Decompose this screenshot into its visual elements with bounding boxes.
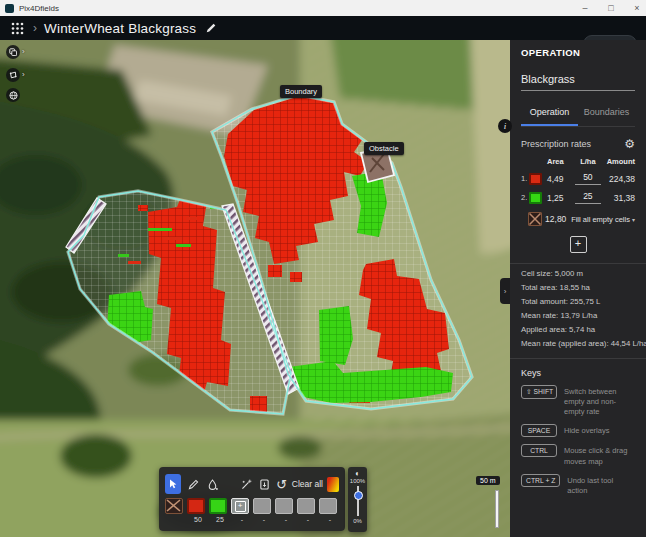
- rate-2-area: 1,25: [547, 193, 573, 203]
- swatch-add-rate[interactable]: +: [231, 498, 249, 514]
- col-area: Area: [547, 157, 573, 166]
- row-index: 2.: [521, 193, 529, 202]
- opacity-slider[interactable]: [357, 486, 359, 516]
- row-index: 1.: [521, 174, 529, 183]
- key-ctrl: CTRL Mouse click & drag moves map: [521, 444, 635, 466]
- add-rate-button[interactable]: +: [570, 236, 587, 253]
- rate-2-amount: 31,38: [603, 193, 635, 203]
- opacity-slider-thumb[interactable]: [354, 491, 363, 500]
- magic-wand-tool[interactable]: [238, 474, 254, 494]
- clear-all-button[interactable]: Clear all: [292, 479, 323, 489]
- stat-cell-size: Cell size: 5,000 m: [521, 269, 635, 278]
- swatch-label: -: [307, 516, 309, 524]
- key-ctrl-z: CTRL + Z Undo last tool action: [521, 474, 635, 496]
- operation-name-input[interactable]: [521, 71, 635, 91]
- panel-tabs: Operation Boundaries: [521, 101, 635, 127]
- swatch-label: -: [285, 516, 287, 524]
- swatch-empty-rate[interactable]: [165, 498, 183, 514]
- swatch-label: -: [241, 516, 243, 524]
- ctrl-key-desc: Mouse click & drag moves map: [564, 444, 635, 466]
- empty-rate-swatch[interactable]: [528, 212, 542, 226]
- map-graphics: [0, 40, 510, 537]
- stat-total-amount: Total amount: 255,75 L: [521, 297, 635, 306]
- maximize-button[interactable]: □: [606, 3, 616, 13]
- boundary-label: Boundary: [280, 85, 322, 98]
- opacity-icon: ◐: [355, 469, 360, 478]
- edit-title-icon[interactable]: [205, 22, 217, 34]
- breadcrumb-chevron-icon: ›: [33, 21, 37, 35]
- swatch-unset[interactable]: [275, 498, 293, 514]
- ctrl-z-key-desc: Undo last tool action: [567, 474, 635, 496]
- annotations-expand-chevron-icon[interactable]: ›: [22, 68, 25, 82]
- gradient-swatch[interactable]: [327, 477, 339, 492]
- swatch-label: 25: [216, 516, 224, 524]
- draw-tool[interactable]: [185, 474, 201, 494]
- app-launcher-icon[interactable]: [11, 22, 24, 35]
- key-space: SPACE Hide overlays: [521, 424, 635, 437]
- fill-tool[interactable]: [204, 474, 220, 494]
- ctrl-key-badge: CTRL: [521, 444, 557, 457]
- swatch-label: 50: [194, 516, 202, 524]
- fill-empty-cells-dropdown[interactable]: Fill all empty cells ▾: [571, 215, 635, 224]
- scale-bar: [495, 490, 499, 528]
- swatch-label: -: [329, 516, 331, 524]
- prescription-toolbar: ↺ Clear all 50 25 + - - -: [159, 467, 345, 531]
- obstacle-label: Obstacle: [364, 142, 404, 155]
- close-button[interactable]: ×: [632, 3, 642, 13]
- panel-section-title: OPERATION: [521, 47, 635, 58]
- prescription-row-2: 2. 1,25 31,38: [521, 191, 635, 204]
- stat-applied-area: Applied area: 5,74 ha: [521, 325, 635, 334]
- divider: [510, 358, 646, 359]
- gear-icon[interactable]: ⚙: [624, 138, 635, 150]
- stat-total-area: Total area: 18,55 ha: [521, 283, 635, 292]
- minimize-button[interactable]: –: [580, 3, 590, 13]
- import-layer-tool[interactable]: [257, 474, 273, 494]
- prescription-row-1: 1. 4,49 224,38: [521, 172, 635, 185]
- ctrl-z-key-badge: CTRL + Z: [521, 474, 560, 487]
- swatch-unset[interactable]: [297, 498, 315, 514]
- divider: [510, 263, 646, 264]
- keys-title: Keys: [521, 368, 635, 378]
- layers-expand-chevron-icon[interactable]: ›: [22, 45, 25, 59]
- rate-1-amount: 224,38: [603, 174, 635, 184]
- opacity-min-label: 0%: [353, 518, 362, 524]
- prescription-row-empty: 12,80 Fill all empty cells ▾: [521, 212, 635, 226]
- rate-2-color-swatch[interactable]: [529, 192, 542, 204]
- app-icon: [5, 4, 14, 13]
- panel-collapse-chevron-icon[interactable]: ›: [500, 278, 510, 304]
- rate-1-input[interactable]: [575, 172, 601, 185]
- app-header: › WinterWheat Blackgrass Export: [0, 16, 646, 40]
- select-tool[interactable]: [165, 474, 181, 494]
- undo-button[interactable]: ↺: [274, 474, 290, 494]
- tab-operation[interactable]: Operation: [521, 101, 578, 126]
- tab-boundaries[interactable]: Boundaries: [578, 101, 635, 126]
- app-name: Pix4Dfields: [19, 4, 59, 13]
- os-titlebar: Pix4Dfields – □ ×: [0, 0, 646, 17]
- opacity-slider-panel: ◐ 100% 0%: [348, 467, 367, 532]
- scale-label: 50 m: [476, 476, 500, 485]
- basemap-globe-button[interactable]: [6, 88, 20, 102]
- layers-button[interactable]: [6, 45, 20, 59]
- space-key-desc: Hide overlays: [564, 424, 609, 436]
- swatch-unset[interactable]: [319, 498, 337, 514]
- rate-2-input[interactable]: [575, 191, 601, 204]
- chevron-down-icon: ▾: [632, 217, 635, 223]
- col-amount: Amount: [603, 157, 635, 166]
- opacity-max-label: 100%: [350, 478, 365, 484]
- swatch-unset[interactable]: [253, 498, 271, 514]
- annotations-button[interactable]: [6, 68, 20, 82]
- swatch-label: -: [263, 516, 265, 524]
- key-shift: ⇧ SHIFT Switch between empty and non-emp…: [521, 385, 635, 417]
- shift-key-desc: Switch between empty and non-empty rate: [564, 385, 635, 417]
- prescription-table-header: Area L/ha Amount: [521, 157, 635, 166]
- operation-stats: Cell size: 5,000 m Total area: 18,55 ha …: [521, 269, 635, 348]
- info-icon[interactable]: i: [498, 119, 512, 133]
- col-rate: L/ha: [573, 157, 603, 166]
- swatch-rate-1[interactable]: [187, 498, 205, 514]
- page-title: WinterWheat Blackgrass: [44, 21, 196, 36]
- rate-1-area: 4,49: [547, 174, 573, 184]
- shift-key-badge: ⇧ SHIFT: [521, 385, 557, 399]
- rate-1-color-swatch[interactable]: [529, 173, 542, 185]
- map-canvas[interactable]: Boundary Obstacle › › 50 m: [0, 40, 510, 537]
- swatch-rate-2[interactable]: [209, 498, 227, 514]
